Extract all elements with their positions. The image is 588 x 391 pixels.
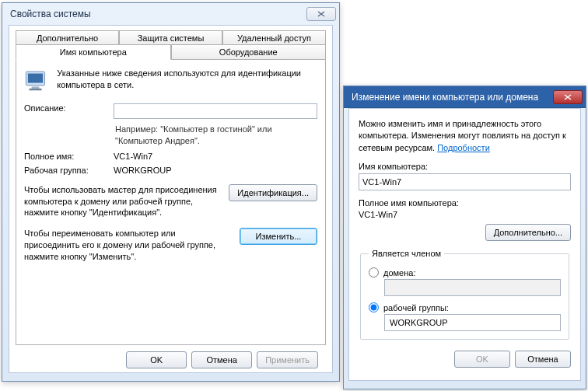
workgroup-radio[interactable] — [369, 302, 379, 312]
domain-input — [384, 279, 561, 296]
tab-computer-name[interactable]: Имя компьютера — [16, 44, 171, 60]
close-icon — [317, 11, 325, 17]
change-name-domain-window: Изменение имени компьютера или домена Мо… — [343, 86, 586, 389]
titlebar[interactable]: Свойства системы — [2, 3, 339, 25]
fullname-value: VC1-Win7 — [114, 152, 317, 161]
description-input[interactable] — [114, 103, 317, 119]
details-link[interactable]: Подробности — [437, 143, 490, 152]
description-label: Описание: — [24, 103, 114, 119]
titlebar[interactable]: Изменение имени компьютера или домена — [344, 86, 586, 108]
svg-rect-2 — [32, 86, 40, 88]
window-title: Свойства системы — [10, 9, 91, 19]
tabs-row-1: Дополнительно Защита системы Удаленный д… — [16, 30, 326, 44]
tab-remote[interactable]: Удаленный доступ — [222, 30, 326, 45]
fullname-label: Полное имя компьютера: — [359, 198, 571, 208]
svg-rect-3 — [29, 89, 41, 90]
computer-icon — [24, 68, 49, 96]
member-of-group: Является членом домена: рабочей группы: — [360, 249, 569, 340]
dialog-footer: OK Отмена — [359, 351, 571, 368]
domain-radio[interactable] — [369, 267, 379, 278]
member-of-legend: Является членом — [369, 249, 444, 258]
workgroup-input[interactable] — [384, 314, 561, 331]
cancel-button[interactable]: Отмена — [515, 351, 571, 368]
more-button[interactable]: Дополнительно... — [485, 224, 571, 241]
system-properties-window: Свойства системы Дополнительно Защита си… — [2, 2, 340, 382]
cancel-button[interactable]: Отмена — [191, 351, 252, 368]
description-hint: Например: "Компьютер в гостиной" или "Ко… — [115, 124, 317, 147]
fullname-label: Полное имя: — [24, 152, 114, 161]
computer-name-input[interactable] — [359, 173, 571, 190]
domain-radio-label[interactable]: домена: — [383, 268, 415, 278]
close-button[interactable] — [553, 90, 583, 104]
dialog-footer: OK Отмена Применить — [16, 345, 326, 368]
identify-button[interactable]: Идентификация... — [229, 184, 317, 201]
ok-button[interactable]: OK — [126, 351, 187, 368]
close-button[interactable] — [306, 7, 336, 21]
client-area: Можно изменить имя и принадлежность этог… — [348, 108, 581, 381]
window-title: Изменение имени компьютера или домена — [352, 92, 538, 103]
tab-advanced[interactable]: Дополнительно — [16, 30, 119, 45]
tabs-row-2: Имя компьютера Оборудование — [16, 44, 326, 59]
client-area: Дополнительно Защита системы Удаленный д… — [9, 25, 333, 373]
change-text: Чтобы переименовать компьютер или присое… — [24, 228, 232, 263]
apply-button[interactable]: Применить — [257, 351, 318, 368]
workgroup-label: Рабочая группа: — [24, 166, 114, 175]
tab-system-protection[interactable]: Защита системы — [119, 30, 222, 45]
identify-text: Чтобы использовать мастер для присоедине… — [24, 184, 221, 219]
computer-name-label: Имя компьютера: — [359, 162, 571, 171]
tab-content-computer-name: Указанные ниже сведения используются для… — [16, 59, 326, 345]
ok-button[interactable]: OK — [454, 351, 510, 368]
workgroup-value: WORKGROUP — [114, 166, 317, 175]
workgroup-radio-label[interactable]: рабочей группы: — [383, 303, 449, 312]
intro-text: Указанные ниже сведения используются для… — [57, 68, 317, 91]
intro-text: Можно изменить имя и принадлежность этог… — [359, 118, 571, 154]
svg-rect-1 — [28, 74, 43, 83]
close-icon — [564, 94, 572, 100]
fullname-value: VC1-Win7 — [359, 210, 571, 219]
change-button[interactable]: Изменить... — [240, 228, 317, 245]
tab-hardware[interactable]: Оборудование — [171, 44, 327, 60]
